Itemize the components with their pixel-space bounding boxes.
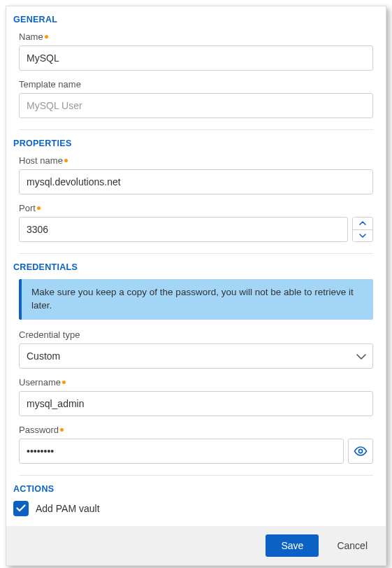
field-port: Port: [19, 203, 373, 242]
port-spin-buttons: [352, 217, 373, 242]
section-header-general: GENERAL: [13, 15, 373, 24]
required-dot-icon: [62, 381, 66, 384]
port-input[interactable]: [19, 217, 348, 242]
host-name-label-text: Host name: [19, 155, 63, 166]
password-label-text: Password: [19, 425, 59, 435]
username-input[interactable]: [19, 391, 373, 416]
field-name: Name: [19, 31, 373, 71]
port-label: Port: [19, 203, 373, 213]
section-general: GENERAL Name Template name: [19, 6, 373, 129]
credential-type-label: Credential type: [19, 329, 373, 340]
section-properties: PROPERTIES Host name Port: [19, 129, 373, 253]
name-label: Name: [19, 31, 373, 42]
required-dot-icon: [37, 206, 41, 210]
required-dot-icon: [45, 35, 48, 38]
required-dot-icon: [60, 428, 64, 432]
chevron-down-icon: [359, 234, 366, 238]
host-name-input[interactable]: [19, 169, 373, 194]
username-label-text: Username: [19, 377, 61, 388]
section-actions: ACTIONS Add PAM vault: [19, 475, 373, 526]
password-label: Password: [19, 425, 373, 435]
chevron-up-icon: [359, 221, 366, 225]
field-template-name: Template name: [19, 79, 373, 118]
template-name-label: Template name: [19, 79, 373, 90]
info-banner: Make sure you keep a copy of the passwor…: [19, 279, 373, 320]
eye-icon: [354, 446, 368, 456]
field-host-name: Host name: [19, 155, 373, 194]
add-pam-vault-row: Add PAM vault: [13, 501, 373, 516]
credential-type-value: Custom: [19, 343, 373, 369]
add-pam-vault-checkbox[interactable]: [13, 501, 29, 516]
port-stepper: [19, 217, 373, 242]
svg-point-0: [358, 449, 362, 453]
save-button[interactable]: Save: [266, 534, 319, 557]
template-name-input[interactable]: [19, 93, 373, 118]
password-input[interactable]: [19, 439, 344, 464]
dialog: GENERAL Name Template name PROPERTIES Ho…: [6, 6, 386, 566]
add-pam-vault-label: Add PAM vault: [36, 503, 100, 514]
port-label-text: Port: [19, 203, 36, 213]
section-header-actions: ACTIONS: [13, 484, 373, 494]
cancel-button[interactable]: Cancel: [331, 534, 373, 557]
content-area: GENERAL Name Template name PROPERTIES Ho…: [6, 6, 386, 526]
check-icon: [16, 504, 26, 512]
field-credential-type: Credential type Custom: [19, 329, 373, 369]
required-dot-icon: [64, 159, 68, 162]
dialog-footer: Save Cancel: [6, 526, 386, 565]
name-input[interactable]: [19, 45, 373, 71]
username-label: Username: [19, 377, 373, 388]
section-credentials: CREDENTIALS Make sure you keep a copy of…: [19, 253, 373, 475]
password-row: [19, 439, 373, 464]
credential-type-select[interactable]: Custom: [19, 343, 373, 369]
field-password: Password: [19, 425, 373, 464]
section-header-credentials: CREDENTIALS: [13, 262, 373, 272]
section-header-properties: PROPERTIES: [13, 139, 373, 148]
field-username: Username: [19, 377, 373, 416]
name-label-text: Name: [19, 31, 43, 42]
host-name-label: Host name: [19, 155, 373, 166]
reveal-password-button[interactable]: [348, 439, 373, 464]
port-increment-button[interactable]: [353, 218, 372, 229]
port-decrement-button[interactable]: [353, 229, 372, 242]
